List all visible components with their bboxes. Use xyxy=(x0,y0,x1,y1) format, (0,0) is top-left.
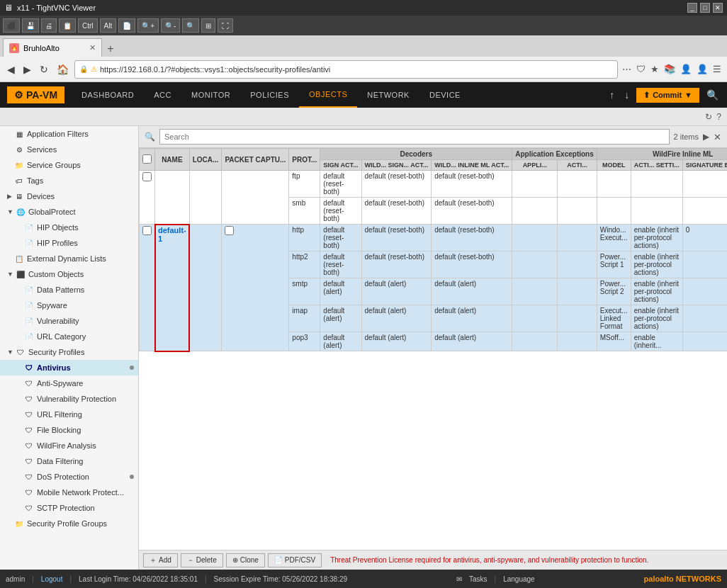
toolbar-btn-zoom-out[interactable]: 🔍- xyxy=(161,18,180,33)
sidebar-item-vulnerability[interactable]: 📄 Vulnerability xyxy=(0,313,138,329)
nav-network[interactable]: NETWORK xyxy=(357,82,419,108)
help-icon[interactable]: ? xyxy=(716,112,721,122)
toolbar-btn-zoom-reset[interactable]: 🔍 xyxy=(182,18,199,33)
toolbar-btn-alt[interactable]: Alt xyxy=(100,18,117,33)
reload-button[interactable]: ↻ xyxy=(37,62,51,77)
sidebar-item-security-profile-groups[interactable]: 📁 Security Profile Groups xyxy=(0,516,138,531)
toolbar-btn-ctrl[interactable]: Ctrl xyxy=(78,18,98,33)
sctp-icon: 🛡 xyxy=(24,503,34,513)
nav-objects[interactable]: OBJECTS xyxy=(299,82,357,108)
home-button[interactable]: 🏠 xyxy=(54,62,72,77)
toolbar-btn-zoom-fit[interactable]: ⊞ xyxy=(201,18,215,33)
select-all-checkbox[interactable] xyxy=(142,154,152,164)
sidebar-item-url-category[interactable]: 📄 URL Category xyxy=(0,329,138,344)
sidebar-item-url-filtering[interactable]: 🛡 URL Filtering xyxy=(0,407,138,422)
sidebar-item-data-filtering[interactable]: 🛡 Data Filtering xyxy=(0,453,138,469)
status-language[interactable]: Language xyxy=(503,575,535,583)
bookmarks-icon[interactable]: ⋯ xyxy=(621,62,633,76)
sidebar-item-dos-protection[interactable]: 🛡 DoS Protection xyxy=(0,469,138,485)
table-row[interactable]: ftp default (reset-both) default (reset-… xyxy=(140,171,728,198)
sidebar-item-hip-objects[interactable]: 📄 HIP Objects xyxy=(0,220,138,235)
pdf-csv-button[interactable]: 📄 PDF/CSV xyxy=(268,553,322,567)
row-action-settings-smtp: enable (inherit per-protocol actions) xyxy=(631,278,682,305)
search-input[interactable] xyxy=(159,129,670,145)
row-pc-checkbox-d1[interactable] xyxy=(225,226,234,235)
minimize-button[interactable]: _ xyxy=(687,3,697,13)
row-checkbox[interactable] xyxy=(142,172,152,181)
sidebar-item-external-dynamic-lists[interactable]: 📋 External Dynamic Lists xyxy=(0,251,138,266)
toolbar-btn-zoom-in[interactable]: 🔍+ xyxy=(137,18,159,33)
table-row-default1-http[interactable]: default-1 http default (reset-both) defa… xyxy=(140,225,728,251)
nav-policies[interactable]: POLICIES xyxy=(240,82,299,108)
close-button[interactable]: ✕ xyxy=(713,3,723,13)
toolbar-btn-4[interactable]: 📋 xyxy=(59,18,76,33)
nav-monitor[interactable]: MONITOR xyxy=(181,82,240,108)
download-icon[interactable]: ↓ xyxy=(621,88,632,102)
upload-icon[interactable]: ↑ xyxy=(607,88,617,102)
library-icon[interactable]: 📚 xyxy=(663,62,677,76)
sidebar-item-service-groups[interactable]: 📁 Service Groups xyxy=(0,157,138,173)
forward-button[interactable]: ▶ xyxy=(21,62,34,77)
status-tasks[interactable]: Tasks xyxy=(469,575,488,583)
th-wild-sign-action: WILD... SIGN... ACT... xyxy=(361,160,432,171)
address-bar[interactable]: 🔒 ⚠ https://192.168.0.1/?#objects::vsys1… xyxy=(74,60,618,79)
row-checkbox-cell-d1[interactable] xyxy=(140,225,155,351)
row-checkbox-d1[interactable] xyxy=(142,226,152,235)
sync-icon[interactable]: 👤 xyxy=(679,62,693,76)
sidebar-item-antivirus[interactable]: 🛡 Antivirus xyxy=(0,360,138,375)
add-button[interactable]: ＋ Add xyxy=(143,553,178,567)
back-button[interactable]: ◀ xyxy=(4,62,18,77)
toolbar-btn-5[interactable]: 📄 xyxy=(118,18,135,33)
sidebar-item-tags[interactable]: 🏷 Tags xyxy=(0,173,138,188)
refresh-icon[interactable]: ↻ xyxy=(705,112,712,122)
sidebar-item-anti-spyware[interactable]: 🛡 Anti-Spyware xyxy=(0,375,138,391)
sidebar-item-mobile-network[interactable]: 🛡 Mobile Network Protect... xyxy=(0,485,138,500)
search-nav-icon[interactable]: 🔍 xyxy=(704,88,721,102)
tab-close-button[interactable]: ✕ xyxy=(89,43,96,52)
sidebar-item-security-profiles[interactable]: ▼ 🛡 Security Profiles xyxy=(0,344,138,360)
row-checkbox-cell[interactable] xyxy=(140,171,155,225)
window-controls[interactable]: _ □ ✕ xyxy=(687,3,723,13)
row-name-default xyxy=(155,171,190,225)
menu-icon[interactable]: ☰ xyxy=(711,62,723,76)
maximize-button[interactable]: □ xyxy=(700,3,710,13)
toolbar-btn-1[interactable]: ⬛ xyxy=(3,18,20,33)
delete-button[interactable]: － Delete xyxy=(181,553,223,567)
sidebar-item-application-filters[interactable]: ▦ Application Filters xyxy=(0,126,138,142)
sidebar-item-custom-objects[interactable]: ▼ ⬛ Custom Objects xyxy=(0,266,138,282)
status-logout[interactable]: Logout xyxy=(41,575,63,583)
new-tab-button[interactable]: + xyxy=(102,41,119,57)
dp-icon: 📄 xyxy=(24,285,34,295)
search-prev-button[interactable]: ▶ xyxy=(703,132,709,142)
sidebar-item-hip-profiles[interactable]: 📄 HIP Profiles xyxy=(0,235,138,251)
clone-button[interactable]: ⊕ Clone xyxy=(226,553,265,567)
service-groups-icon: 📁 xyxy=(14,160,24,170)
nav-right: ↑ ↓ ⬆ Commit ▼ 🔍 xyxy=(607,88,727,103)
sidebar-item-vulnerability-protection[interactable]: 🛡 Vulnerability Protection xyxy=(0,391,138,407)
sidebar-item-services[interactable]: ⚙ Services xyxy=(0,142,138,157)
row-sig-ex-http2 xyxy=(682,251,727,278)
star-icon[interactable]: ★ xyxy=(649,62,660,76)
sidebar-label-tags: Tags xyxy=(27,176,43,185)
account-icon[interactable]: 👤 xyxy=(695,62,709,76)
sidebar-item-sctp-protection[interactable]: 🛡 SCTP Protection xyxy=(0,500,138,516)
sidebar-item-file-blocking[interactable]: 🛡 File Blocking xyxy=(0,422,138,438)
nav-acc[interactable]: ACC xyxy=(144,82,181,108)
sidebar-label-sctp-protection: SCTP Protection xyxy=(37,504,95,512)
toolbar-btn-3[interactable]: 🖨 xyxy=(41,18,57,33)
sidebar-item-devices[interactable]: ▶ 🖥 Devices xyxy=(0,188,138,204)
sidebar-item-data-patterns[interactable]: 📄 Data Patterns xyxy=(0,282,138,298)
sidebar-item-globalprotect[interactable]: ▼ 🌐 GlobalProtect xyxy=(0,204,138,220)
sidebar-item-spyware[interactable]: 📄 Spyware xyxy=(0,298,138,313)
nav-dashboard[interactable]: DASHBOARD xyxy=(72,82,144,108)
toolbar-btn-fullscreen[interactable]: ⛶ xyxy=(218,18,233,33)
sidebar-label-globalprotect: GlobalProtect xyxy=(28,208,76,216)
shield-icon[interactable]: 🛡 xyxy=(635,62,647,76)
sidebar-item-wildfire-analysis[interactable]: 🛡 WildFire Analysis xyxy=(0,438,138,453)
browser-tab-active[interactable]: 🔥 BruhloAlto ✕ xyxy=(3,38,102,57)
search-close-button[interactable]: ✕ xyxy=(714,132,721,142)
commit-button[interactable]: ⬆ Commit ▼ xyxy=(636,88,699,103)
row-name-default1[interactable]: default-1 xyxy=(155,225,190,351)
nav-device[interactable]: DEVICE xyxy=(419,82,470,108)
toolbar-btn-2[interactable]: 💾 xyxy=(22,18,39,33)
